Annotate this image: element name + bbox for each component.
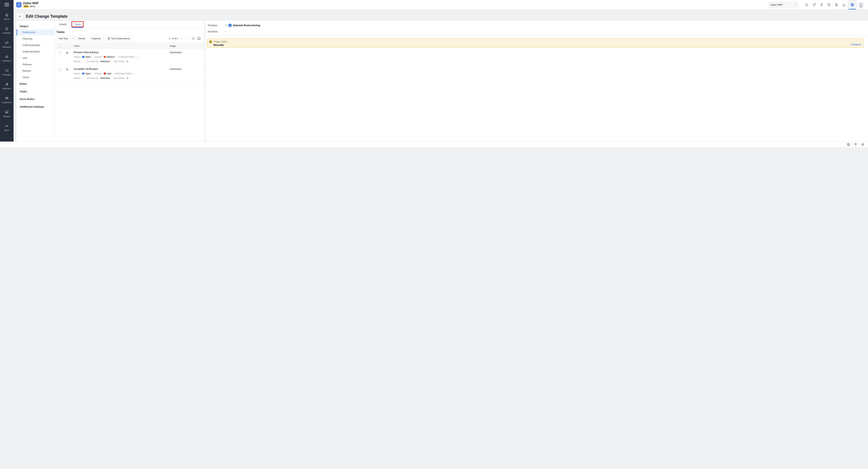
sidebar-item-requests[interactable]: Requests [0, 37, 13, 51]
add-task-label[interactable]: Add Task [57, 37, 70, 40]
sidebar-item-home[interactable]: Home [0, 9, 13, 24]
effort-value: - [136, 56, 137, 58]
section-roles[interactable]: Roles [20, 82, 55, 87]
menu-toggle-button[interactable] [4, 3, 9, 7]
created-by-label: Created by : [87, 60, 99, 63]
divider [85, 77, 85, 80]
add-task-caret-button[interactable] [70, 36, 74, 41]
workflow-label: Workflow [208, 30, 225, 33]
next-page-button[interactable] [185, 37, 189, 40]
column-settings-button[interactable] [197, 37, 201, 40]
sidebar-item-activities[interactable]: Activities [0, 24, 13, 37]
sidebar-item-reports[interactable]: Reports [0, 107, 13, 121]
sidebar-item-label: Activities [3, 32, 11, 34]
task-title[interactable]: Restore Data Backup [73, 51, 137, 54]
section-form-rules[interactable]: Form Rules [20, 98, 55, 102]
msp-badge: MSP [23, 5, 29, 8]
annotation-highlight-box [71, 21, 84, 27]
page-title: Edit Change Template [26, 14, 67, 19]
effort-value: - [133, 72, 134, 75]
stage-item-uat[interactable]: UAT [17, 55, 55, 61]
trigger-tasks-box: i Trigger Tasks Manually Configure [207, 38, 272, 48]
workflow-value: - [225, 30, 225, 33]
tasks-section-title: Tasks [56, 30, 204, 34]
select-all-checkbox[interactable] [58, 44, 61, 47]
stage-item-implementation[interactable]: Implementation [17, 49, 55, 55]
stage-item-close[interactable]: Close [17, 74, 55, 80]
sidebar-item-label: Reports [3, 115, 10, 117]
rocket-icon [5, 82, 9, 87]
sidebar-item-label: Requests [2, 46, 11, 48]
sidebar-item-releases[interactable]: Releases [0, 79, 13, 93]
task-dependency-button[interactable]: Task Dependency [105, 36, 132, 41]
task-row: Complete Verification Status : Open Prio… [55, 65, 204, 82]
task-order-value: 1 [127, 60, 128, 63]
trigger-tasks-value: Manually [213, 43, 272, 46]
task-settings-icon[interactable] [66, 52, 69, 54]
stage-item-review[interactable]: Review [17, 68, 55, 74]
column-header-stage: Stage [169, 43, 176, 49]
section-additional-settings[interactable]: Additional Settings [20, 105, 55, 110]
search-tasks-button[interactable] [191, 37, 195, 40]
task-dependency-label: Task Dependency [111, 37, 130, 40]
task-checkbox[interactable] [58, 68, 61, 71]
task-settings-icon[interactable] [66, 68, 69, 71]
divider [112, 60, 112, 63]
people-icon [4, 96, 9, 100]
priority-label: Priority : [94, 56, 103, 58]
organize-button[interactable]: Organize [89, 36, 103, 41]
stage-item-planning[interactable]: Planning [17, 36, 55, 42]
sidebar-item-more[interactable]: More [0, 121, 13, 134]
tab-details[interactable]: Details [57, 21, 68, 28]
favorite-star-icon[interactable]: ★ [225, 24, 227, 27]
section-tasks[interactable]: Tasks [20, 90, 55, 94]
app-name: Zylker MSP [23, 2, 38, 5]
sidebar-item-customers[interactable]: Customers [0, 93, 13, 107]
status-label: Status : [73, 72, 81, 75]
sidebar-item-label: More [4, 129, 9, 131]
back-button[interactable] [17, 13, 23, 20]
divider [112, 77, 112, 80]
sidebar-item-label: Problems [2, 60, 11, 62]
divider [113, 72, 113, 75]
stage-item-cab-evaluation[interactable]: CAB Evaluation [17, 42, 55, 48]
sidebar-item-changes[interactable]: Changes [0, 65, 13, 79]
tab-tasks[interactable]: Tasks [74, 21, 81, 28]
home-icon [5, 13, 9, 17]
ticket-icon [5, 41, 9, 45]
task-checkbox[interactable] [58, 52, 61, 54]
sidebar-item-label: Changes [3, 74, 11, 76]
bar-chart-icon [5, 110, 9, 114]
footer-bar [0, 142, 272, 147]
stage-item-submission[interactable]: Submission [17, 30, 55, 35]
column-gear-icon [197, 37, 201, 40]
previous-page-button[interactable] [180, 37, 184, 40]
pagination: 1 - 2 of 2 [169, 37, 201, 40]
owner-label: Owner : [73, 77, 82, 80]
tab-bar: Details Tasks [55, 21, 204, 28]
stages-heading: Stages [20, 25, 55, 28]
created-by-value: Nathaniel [100, 77, 110, 80]
status-color-dot [82, 56, 84, 58]
sidebar-item-problems[interactable]: Problems [0, 51, 13, 65]
owner-value: - [83, 77, 83, 80]
column-header-tasks: Tasks [73, 43, 80, 49]
primary-nav: Home Activities Requests Problems Change… [0, 9, 13, 134]
app-logo: Zylker MSP MSP BETA [16, 2, 38, 8]
delete-button[interactable]: Delete [76, 36, 87, 41]
priority-color-dot [104, 72, 106, 74]
owner-label: Owner : [73, 60, 82, 63]
pagination-range: 1 - 2 of 2 [169, 37, 178, 40]
priority-color-dot [104, 56, 106, 58]
active-tab-indicator [72, 27, 83, 28]
more-dots-icon [5, 124, 9, 128]
created-by-label: Created by : [87, 77, 99, 80]
change-template-icon [228, 24, 232, 27]
task-stage: Submission [169, 51, 182, 54]
template-label: Template [208, 24, 225, 27]
created-by-value: Nathaniel [100, 60, 110, 63]
add-task-button[interactable]: Add Task [56, 36, 74, 41]
stage-item-release[interactable]: Release [17, 62, 55, 67]
shuffle-icon [5, 68, 9, 72]
task-title[interactable]: Complete Verification [73, 67, 134, 70]
